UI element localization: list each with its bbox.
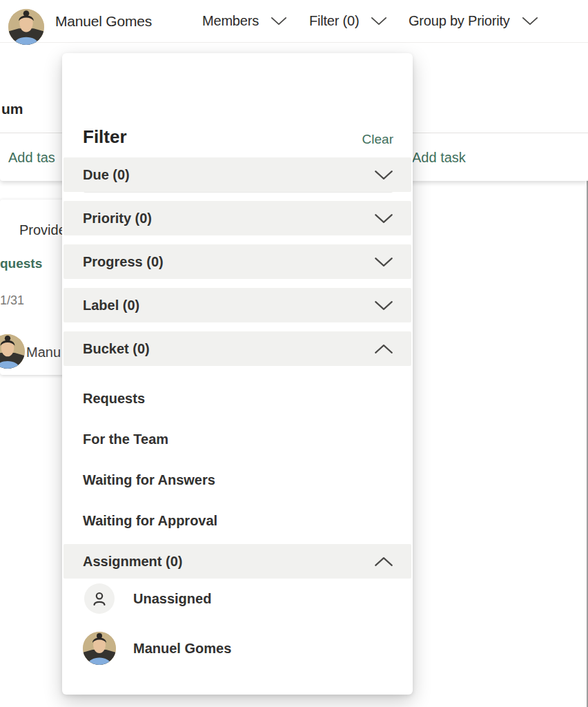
section-progress[interactable]: Progress (0): [63, 244, 411, 279]
unassigned-avatar-slot: [83, 582, 116, 615]
planner-board-screen: um Add tas Add task Provide quests 1/31 …: [0, 0, 588, 707]
chevron-down-icon: [371, 17, 387, 26]
bucket-option-label: Waiting for Answers: [83, 472, 215, 488]
chevron-down-icon: [374, 257, 393, 267]
task-bucket-fragment: quests: [0, 256, 42, 271]
section-due-label: Due (0): [83, 167, 130, 183]
bucket-option-label: Requests: [83, 391, 145, 407]
task-due-date-fragment: 1/31: [0, 293, 24, 308]
user-avatar[interactable]: [8, 9, 44, 45]
section-priority-label: Priority (0): [83, 211, 152, 226]
chevron-down-icon: [374, 170, 393, 180]
section-label[interactable]: Label (0): [63, 288, 411, 322]
add-task-link-right[interactable]: Add task: [412, 150, 466, 166]
bucket-option-waiting-for-approval[interactable]: Waiting for Approval: [62, 501, 413, 541]
chevron-up-icon: [374, 556, 393, 567]
chevron-up-icon: [374, 344, 393, 354]
section-priority[interactable]: Priority (0): [63, 201, 411, 235]
section-progress-label: Progress (0): [83, 254, 164, 270]
filter-menu[interactable]: Filter (0): [309, 0, 387, 42]
assignment-option-label: Manuel Gomes: [133, 641, 231, 657]
section-assignment-label: Assignment (0): [83, 554, 182, 570]
section-due[interactable]: Due (0): [63, 157, 411, 192]
chevron-down-icon: [374, 300, 393, 311]
group-by-menu-label: Group by Priority: [409, 13, 510, 29]
members-menu-label: Members: [202, 13, 259, 29]
chevron-down-icon: [522, 17, 538, 26]
filter-panel-title: Filter: [83, 126, 127, 148]
bucket-option-requests[interactable]: Requests: [62, 378, 413, 419]
assignment-option-label: Unassigned: [133, 591, 211, 607]
avatar-graphic: [83, 632, 116, 665]
add-task-link-left[interactable]: Add tas: [8, 150, 55, 166]
section-bucket[interactable]: Bucket (0): [63, 331, 411, 366]
unassigned-avatar: [84, 583, 115, 614]
chevron-down-icon: [374, 213, 393, 224]
top-bar-bottom-border: [0, 42, 588, 43]
group-by-menu[interactable]: Group by Priority: [409, 0, 538, 42]
chevron-down-icon: [271, 17, 287, 26]
group-header-fragment: um: [1, 101, 23, 117]
manuel-avatar-slot: [83, 632, 116, 665]
filter-sections: Due (0) Priority (0) Progress (0) Label …: [62, 157, 413, 579]
bucket-option-label: Waiting for Approval: [83, 513, 217, 529]
bucket-options: Requests For the Team Waiting for Answer…: [62, 375, 413, 541]
bucket-option-for-the-team[interactable]: For the Team: [62, 419, 413, 460]
avatar-graphic: [8, 9, 44, 45]
user-name: Manuel Gomes: [55, 0, 152, 42]
assignment-option-manuel-gomes[interactable]: Manuel Gomes: [83, 632, 386, 665]
bucket-option-waiting-for-answers[interactable]: Waiting for Answers: [62, 460, 413, 501]
assignment-option-unassigned[interactable]: Unassigned: [83, 582, 386, 615]
section-label-label: Label (0): [83, 298, 139, 313]
task-assignee-name-fragment: Manu: [26, 345, 61, 360]
top-bar: Manuel Gomes Members Filter (0) Group by…: [0, 0, 588, 42]
person-icon: [91, 590, 108, 607]
members-menu[interactable]: Members: [202, 0, 287, 42]
manuel-gomes-avatar: [83, 632, 116, 665]
filter-dropdown-panel: Filter Clear Due (0) Priority (0) Progre…: [62, 53, 413, 695]
task-title-fragment: Provide: [19, 222, 66, 238]
clear-filters-button[interactable]: Clear: [362, 132, 393, 147]
section-bucket-label: Bucket (0): [83, 341, 150, 357]
section-assignment[interactable]: Assignment (0): [63, 544, 411, 579]
filter-menu-label: Filter (0): [309, 13, 359, 29]
bucket-option-label: For the Team: [83, 432, 168, 447]
